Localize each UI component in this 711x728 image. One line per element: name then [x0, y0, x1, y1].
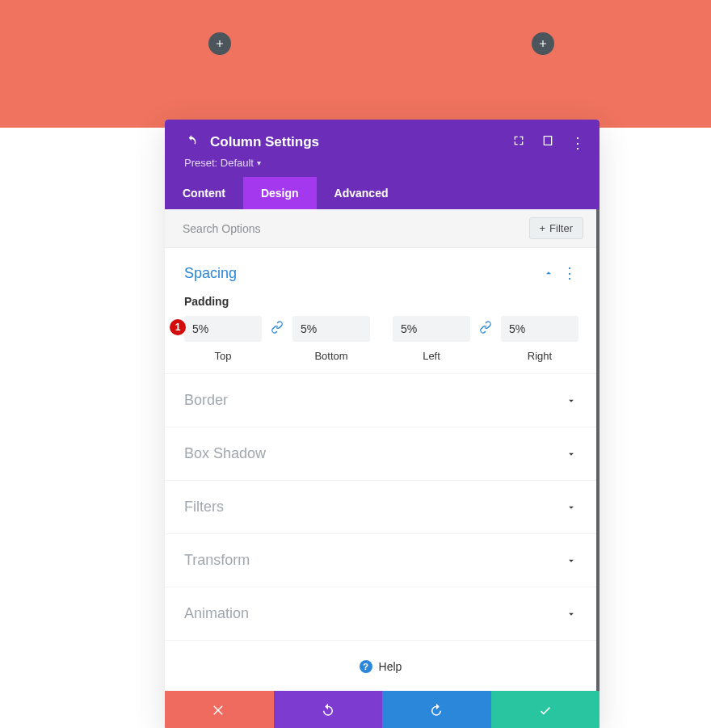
redo-icon [429, 703, 444, 717]
add-section-button-right[interactable] [532, 32, 554, 55]
redo-button[interactable] [382, 691, 491, 728]
chevron-down-icon [566, 395, 577, 406]
section-more-icon[interactable]: ⋮ [562, 264, 577, 282]
tab-content[interactable]: Content [165, 177, 243, 209]
column-settings-modal: Column Settings ⋮ Preset: Default ▾ Cont… [165, 120, 600, 728]
padding-right-input[interactable] [501, 316, 578, 342]
tablet-icon [541, 134, 554, 147]
chevron-down-icon [566, 502, 577, 513]
section-box-shadow[interactable]: Box Shadow [165, 427, 596, 481]
expand-button[interactable] [512, 134, 525, 150]
chevron-down-icon [566, 555, 577, 566]
check-icon [538, 703, 553, 717]
modal-footer [165, 691, 600, 728]
section-box-shadow-title: Box Shadow [184, 445, 266, 462]
more-options-button[interactable]: ⋮ [570, 136, 583, 149]
link-left-right-button[interactable] [478, 320, 493, 338]
section-animation[interactable]: Animation [165, 587, 596, 641]
padding-right-label: Right [501, 350, 578, 362]
section-animation-title: Animation [184, 605, 249, 622]
expand-icon [512, 134, 525, 147]
padding-left-input[interactable] [393, 316, 470, 342]
padding-left-label: Left [393, 350, 470, 362]
annotation-marker-1: 1 [170, 319, 186, 335]
confirm-button[interactable] [491, 691, 600, 728]
undo-icon [321, 703, 335, 717]
preset-selector[interactable]: Preset: Default ▾ [184, 157, 583, 169]
chevron-down-icon [566, 448, 577, 460]
filter-label: Filter [549, 222, 573, 234]
page-hero-background [0, 0, 711, 128]
padding-label: Padding [184, 295, 577, 308]
section-spacing-header[interactable]: Spacing ⋮ [184, 264, 577, 282]
section-spacing-title: Spacing [184, 265, 237, 282]
add-section-button-left[interactable] [208, 32, 231, 55]
modal-title: Column Settings [210, 134, 319, 150]
section-border-title: Border [184, 392, 228, 409]
plus-icon [537, 38, 549, 49]
preset-label: Preset: Default [184, 157, 254, 169]
chevron-up-icon [543, 267, 554, 279]
responsive-button[interactable] [541, 134, 554, 150]
link-icon [478, 320, 493, 335]
cancel-button[interactable] [165, 691, 274, 728]
plus-icon [214, 38, 225, 49]
section-spacing: Spacing ⋮ Padding 1 [165, 248, 596, 374]
tab-design[interactable]: Design [243, 177, 317, 209]
help-icon: ? [360, 660, 372, 673]
back-button[interactable] [184, 134, 199, 150]
padding-bottom-input[interactable] [292, 316, 370, 342]
section-transform-title: Transform [184, 552, 250, 569]
modal-body: Search Options + Filter Spacing ⋮ Paddin… [165, 209, 600, 691]
plus-small-icon: + [540, 222, 546, 234]
search-options-row: Search Options + Filter [165, 209, 596, 248]
modal-header: Column Settings ⋮ Preset: Default ▾ [165, 120, 600, 177]
padding-top-input[interactable] [184, 316, 262, 342]
link-icon [270, 320, 284, 335]
filter-button[interactable]: + Filter [529, 217, 583, 239]
link-top-bottom-button[interactable] [270, 320, 284, 338]
section-border[interactable]: Border [165, 374, 596, 427]
search-input[interactable]: Search Options [183, 222, 261, 235]
section-filters-title: Filters [184, 499, 224, 515]
padding-bottom-label: Bottom [292, 350, 370, 362]
section-transform[interactable]: Transform [165, 534, 596, 587]
undo-button[interactable] [274, 691, 383, 728]
padding-top-label: Top [184, 350, 262, 362]
help-label: Help [379, 660, 402, 673]
caret-down-icon: ▾ [257, 158, 261, 167]
tabs-bar: Content Design Advanced [165, 177, 600, 209]
help-row[interactable]: ? Help [165, 641, 596, 691]
close-icon [212, 703, 226, 717]
section-filters[interactable]: Filters [165, 481, 596, 534]
chevron-down-icon [566, 608, 577, 620]
undo-arrow-icon [184, 134, 199, 147]
tab-advanced[interactable]: Advanced [317, 177, 406, 209]
